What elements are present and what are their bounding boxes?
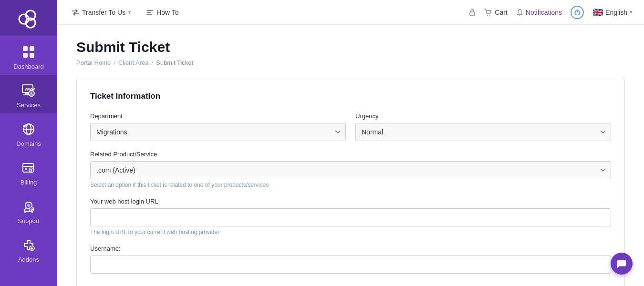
department-urgency-row: Department Migrations Sales Support Bill… — [90, 112, 611, 141]
department-select[interactable]: Migrations Sales Support Billing — [90, 123, 346, 141]
transfer-dropdown-arrow: ▾ — [128, 10, 131, 15]
howto-nav[interactable]: How To — [143, 7, 181, 18]
bell-icon — [516, 9, 523, 16]
breadcrumb-sep-1: / — [114, 59, 115, 66]
web-host-url-label: Your web host login URL: — [90, 198, 611, 205]
flag-icon: 🇬🇧 — [592, 7, 603, 18]
power-nav[interactable] — [571, 6, 584, 19]
chat-bubble-button[interactable] — [611, 253, 633, 275]
breadcrumb-client-area[interactable]: Client Area — [118, 59, 149, 66]
language-label: English — [605, 9, 627, 16]
sidebar-item-addons-label: Addons — [18, 256, 39, 263]
breadcrumb: Portal Home / Client Area / Submit Ticke… — [76, 59, 625, 66]
cart-icon — [484, 9, 492, 16]
svg-rect-33 — [470, 12, 475, 16]
sidebar-item-services[interactable]: www $ Services — [0, 75, 57, 113]
howto-icon — [146, 9, 154, 16]
transfer-icon — [72, 9, 79, 16]
department-label: Department — [90, 112, 346, 120]
domains-icon: www — [20, 120, 38, 138]
breadcrumb-portal-home[interactable]: Portal Home — [76, 59, 111, 66]
cart-nav[interactable]: Cart — [484, 9, 507, 16]
lock-nav[interactable] — [469, 9, 476, 16]
ticket-form-card: Ticket Information Department Migrations… — [76, 78, 625, 286]
svg-text:✉: ✉ — [31, 208, 34, 212]
web-host-url-hint: The login URL to your current web hostin… — [90, 229, 611, 235]
page-title: Submit Ticket — [76, 39, 625, 55]
svg-point-34 — [487, 15, 488, 16]
breadcrumb-sep-2: / — [151, 59, 153, 66]
billing-icon: $ — [20, 159, 38, 177]
sidebar-item-support-label: Support — [18, 217, 40, 225]
addons-icon — [20, 236, 38, 254]
web-host-url-group: Your web host login URL: The login URL t… — [90, 198, 611, 235]
svg-text:$: $ — [31, 169, 32, 173]
username-input[interactable] — [90, 255, 611, 274]
topnav-right: Cart Notifications 🇬🇧 Engl — [469, 6, 633, 19]
svg-text:www: www — [23, 126, 29, 129]
sidebar-item-dashboard-label: Dashboard — [13, 63, 44, 70]
sidebar-item-support[interactable]: ✉ Support — [0, 191, 57, 229]
sidebar-item-billing[interactable]: $ Billing — [0, 152, 57, 191]
services-icon: www $ — [20, 82, 38, 100]
breadcrumb-submit-ticket: Submit Ticket — [156, 59, 193, 66]
related-product-group: Related Product/Service .com (Active) Se… — [90, 151, 611, 188]
form-section-title: Ticket Information — [90, 92, 611, 104]
username-group: Username: — [90, 245, 611, 274]
svg-text:$: $ — [31, 92, 33, 96]
related-product-hint: Select an option if this ticket is relat… — [90, 182, 611, 188]
cart-label: Cart — [495, 9, 507, 16]
svg-rect-5 — [23, 53, 28, 58]
sidebar-item-addons[interactable]: Addons — [0, 229, 57, 268]
web-host-url-input[interactable] — [90, 208, 611, 226]
urgency-select[interactable]: Normal Low High Critical — [355, 123, 611, 141]
content-area: Submit Ticket Portal Home / Client Area … — [57, 25, 644, 286]
notifications-nav[interactable]: Notifications — [516, 9, 562, 16]
department-group: Department Migrations Sales Support Bill… — [90, 112, 346, 141]
svg-point-24 — [27, 204, 30, 207]
svg-rect-6 — [30, 53, 34, 58]
dashboard-icon — [20, 43, 38, 61]
topnav-left: Transfer To Us ▾ How To — [69, 7, 467, 18]
topnav: Transfer To Us ▾ How To — [57, 0, 644, 25]
sidebar-item-services-label: Services — [17, 102, 41, 109]
howto-nav-label: How To — [156, 9, 178, 16]
sidebar-item-domains-label: Domains — [16, 140, 41, 147]
svg-rect-20 — [25, 168, 27, 170]
sidebar-item-domains[interactable]: www Domains — [0, 113, 57, 152]
lock-icon — [469, 9, 476, 16]
language-nav[interactable]: 🇬🇧 English ▾ — [592, 7, 633, 18]
urgency-label: Urgency — [355, 112, 611, 120]
sidebar-item-billing-label: Billing — [21, 179, 37, 186]
main-area: Transfer To Us ▾ How To — [57, 0, 644, 286]
sidebar-logo — [0, 0, 57, 36]
urgency-group: Urgency Normal Low High Critical — [355, 112, 611, 141]
language-dropdown-arrow: ▾ — [630, 9, 633, 15]
sidebar: Dashboard www $ Services www Domai — [0, 0, 57, 286]
chat-icon — [616, 258, 627, 269]
related-product-label: Related Product/Service — [90, 151, 611, 158]
transfer-to-us-nav[interactable]: Transfer To Us ▾ — [69, 7, 134, 18]
svg-rect-4 — [30, 46, 34, 51]
transfer-nav-label: Transfer To Us — [82, 9, 125, 16]
related-product-select[interactable]: .com (Active) — [90, 161, 611, 179]
sidebar-item-dashboard[interactable]: Dashboard — [0, 36, 57, 75]
svg-point-35 — [489, 15, 490, 16]
power-icon — [574, 9, 581, 15]
svg-rect-3 — [23, 46, 28, 51]
support-icon: ✉ — [20, 197, 38, 215]
notifications-label: Notifications — [526, 9, 562, 16]
username-label: Username: — [90, 245, 611, 252]
power-button[interactable] — [571, 6, 584, 19]
